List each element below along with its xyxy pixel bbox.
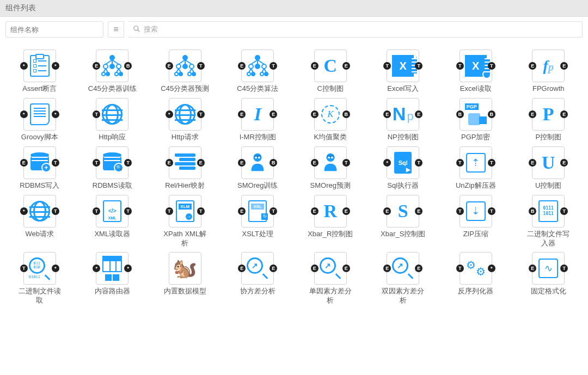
component-icon-imr[interactable]: IEE xyxy=(241,98,274,131)
port-left[interactable]: T xyxy=(383,62,391,70)
port-left[interactable]: E xyxy=(529,110,536,118)
port-right[interactable]: E xyxy=(342,265,350,272)
port-right[interactable]: T xyxy=(270,62,277,70)
port-right[interactable]: E xyxy=(270,265,277,272)
component-icon-http-req[interactable]: *T xyxy=(169,98,201,131)
port-right[interactable]: * xyxy=(52,62,59,70)
component-icon-bin-write[interactable]: 01111011BT xyxy=(532,195,565,228)
component-icon-np-chart[interactable]: NpEE xyxy=(387,98,419,131)
component-icon-smoreg-train[interactable]: EB xyxy=(241,146,274,179)
port-left[interactable]: T xyxy=(456,265,464,272)
port-left[interactable]: E xyxy=(311,207,318,215)
port-left[interactable]: E xyxy=(166,62,173,70)
component-icon-assert[interactable]: ** xyxy=(23,50,56,82)
component-icon-rdbms-read[interactable]: 🔍TT xyxy=(96,146,128,179)
port-left[interactable]: T xyxy=(456,207,464,215)
port-right[interactable]: T xyxy=(488,159,495,167)
component-icon-relhier[interactable]: EE xyxy=(169,146,201,179)
port-left[interactable]: E xyxy=(311,62,318,70)
port-left[interactable]: * xyxy=(166,110,173,118)
component-icon-xpath[interactable]: XLM→TT xyxy=(169,195,201,228)
port-right[interactable]: E xyxy=(342,207,350,215)
component-icon-pgp[interactable]: PGPBB xyxy=(460,98,492,131)
port-right[interactable]: E xyxy=(270,110,277,118)
search-input[interactable]: 搜索 xyxy=(128,21,583,38)
port-left[interactable]: B xyxy=(529,207,536,215)
component-icon-deserialize[interactable]: T* xyxy=(460,252,492,285)
component-icon-excel-write[interactable]: X↓TT xyxy=(387,50,419,82)
port-left[interactable]: E xyxy=(383,207,391,215)
port-right[interactable]: T xyxy=(560,265,568,272)
component-icon-anova2[interactable]: ↗EE xyxy=(387,252,419,285)
component-icon-c45-train[interactable]: EB xyxy=(96,50,128,82)
component-name-input[interactable] xyxy=(5,21,103,38)
port-left[interactable]: T xyxy=(93,159,100,167)
port-left[interactable]: E xyxy=(311,265,318,272)
port-right[interactable]: E xyxy=(197,159,205,167)
component-icon-sql-exec[interactable]: Sql*T xyxy=(387,146,419,179)
port-right[interactable]: B xyxy=(270,159,277,167)
component-icon-c-chart[interactable]: CEE xyxy=(314,50,347,82)
port-right[interactable]: B xyxy=(342,110,350,118)
component-icon-builtin-model[interactable]: 🐿️ xyxy=(169,252,201,285)
port-right[interactable]: * xyxy=(488,265,495,272)
port-right[interactable]: E xyxy=(560,110,568,118)
component-icon-xslt[interactable]: XSL↻ET xyxy=(241,195,274,228)
component-icon-kmeans[interactable]: KEB xyxy=(314,98,347,131)
port-right[interactable]: B xyxy=(124,62,132,70)
port-right[interactable]: B xyxy=(488,110,495,118)
port-right[interactable]: T xyxy=(52,159,59,167)
port-left[interactable]: * xyxy=(20,110,28,118)
port-right[interactable]: T xyxy=(124,207,132,215)
port-right[interactable]: T xyxy=(197,110,205,118)
component-icon-fpgrowth[interactable]: fpEE xyxy=(532,50,565,82)
component-icon-anova1[interactable]: ↗EE xyxy=(314,252,347,285)
port-right[interactable]: E xyxy=(415,265,422,272)
component-icon-xml-read[interactable]: </>XMLTT xyxy=(96,195,128,228)
component-icon-u-chart[interactable]: UEE xyxy=(532,146,565,179)
port-right[interactable]: T xyxy=(342,159,350,167)
menu-button[interactable]: ≡ xyxy=(108,21,124,38)
component-icon-rdbms-write[interactable]: +ET xyxy=(23,146,56,179)
port-left[interactable]: T xyxy=(456,62,464,70)
port-right[interactable]: * xyxy=(124,265,132,272)
port-left[interactable]: * xyxy=(93,265,100,272)
component-icon-excel-read[interactable]: XTT xyxy=(460,50,492,82)
port-left[interactable]: E xyxy=(166,159,173,167)
component-icon-zip[interactable]: ⇣TT xyxy=(460,195,492,228)
port-left[interactable]: E xyxy=(383,110,391,118)
port-left[interactable]: T xyxy=(93,207,100,215)
port-left[interactable]: E xyxy=(238,159,246,167)
port-left[interactable]: B xyxy=(456,110,464,118)
port-right[interactable]: E xyxy=(342,62,350,70)
port-right[interactable]: T xyxy=(197,62,205,70)
port-left[interactable]: T xyxy=(20,265,28,272)
port-left[interactable]: E xyxy=(311,159,318,167)
port-left[interactable]: E xyxy=(529,265,536,272)
port-right[interactable]: T xyxy=(488,62,495,70)
component-icon-unzip[interactable]: ⇡TT xyxy=(460,146,492,179)
component-icon-xbar-r[interactable]: REE xyxy=(314,195,347,228)
component-icon-fixed-format[interactable]: ∿ET xyxy=(532,252,565,285)
component-icon-cov-analysis[interactable]: ↗EE xyxy=(241,252,274,285)
component-icon-http-resp[interactable]: T xyxy=(96,98,128,131)
port-left[interactable]: T xyxy=(166,207,173,215)
component-icon-groovy[interactable]: ** xyxy=(23,98,56,131)
port-right[interactable]: * xyxy=(52,265,59,272)
port-left[interactable]: E xyxy=(383,265,391,272)
port-left[interactable]: T xyxy=(93,110,100,118)
port-left[interactable]: E xyxy=(20,159,28,167)
port-left[interactable]: E xyxy=(238,62,246,70)
port-right[interactable]: T xyxy=(197,207,205,215)
port-left[interactable]: T xyxy=(456,159,464,167)
component-icon-xbar-s[interactable]: SEE xyxy=(387,195,419,228)
port-left[interactable]: E xyxy=(529,159,536,167)
component-icon-p-chart[interactable]: PEE xyxy=(532,98,565,131)
port-left[interactable]: E xyxy=(238,265,246,272)
port-right[interactable]: E xyxy=(415,207,422,215)
component-icon-c45-algo[interactable]: ET xyxy=(241,50,274,82)
component-icon-content-router[interactable]: ** xyxy=(96,252,128,285)
port-left[interactable]: * xyxy=(20,62,28,70)
component-icon-smoreg-predict[interactable]: ET xyxy=(314,146,347,179)
port-left[interactable]: E xyxy=(238,110,246,118)
